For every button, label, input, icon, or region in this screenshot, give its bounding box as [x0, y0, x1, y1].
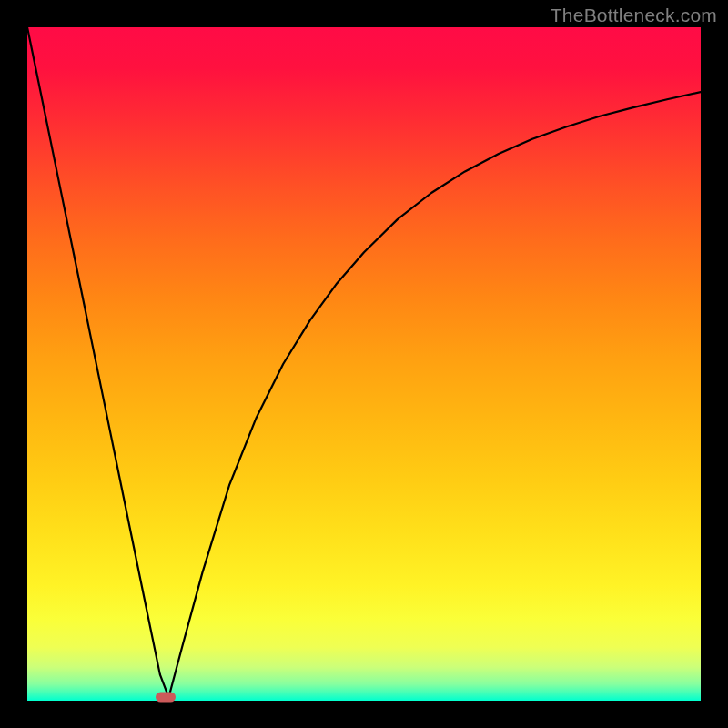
bottleneck-curve: [27, 27, 701, 701]
curve-path: [27, 27, 701, 697]
watermark-text: TheBottleneck.com: [551, 5, 717, 26]
plot-area: [27, 27, 701, 701]
optimum-marker: [156, 692, 176, 702]
chart-stage: TheBottleneck.com: [0, 0, 728, 728]
